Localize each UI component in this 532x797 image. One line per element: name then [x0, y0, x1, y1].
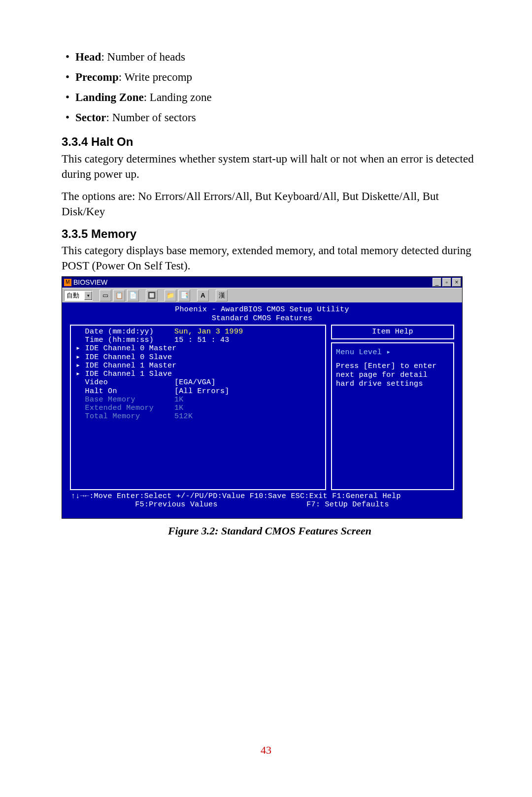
footer-row1: ↑↓→←:Move Enter:Select +/-/PU/PD:Value F…: [71, 492, 453, 500]
bios-title-line2: Standard CMOS Features: [62, 314, 462, 323]
term: Head: [75, 51, 101, 63]
setting-label: ▸ IDE Channel 1 Master: [76, 362, 174, 370]
toolbar-button[interactable]: ▭: [100, 290, 111, 301]
bios-title-line1: Phoenix - AwardBIOS CMOS Setup Utility: [62, 305, 462, 314]
toolbar-copy-button[interactable]: 📋: [113, 290, 125, 301]
bios-setting-row[interactable]: ▸ IDE Channel 1 Slave: [76, 370, 320, 378]
bios-setting-row[interactable]: Extended Memory 1K: [76, 404, 320, 412]
figure-caption: Figure 3.2: Standard CMOS Features Scree…: [62, 524, 478, 538]
page-number: 43: [0, 743, 532, 758]
bios-setting-row[interactable]: ▸ IDE Channel 0 Slave: [76, 353, 320, 362]
term: Precomp: [75, 71, 119, 83]
bios-setting-row[interactable]: Date (mm:dd:yy)Sun, Jan 3 1999: [76, 328, 320, 336]
setting-label: Extended Memory: [76, 404, 174, 412]
bios-setting-row[interactable]: ▸ IDE Channel 1 Master: [76, 362, 320, 370]
bios-setting-row[interactable]: Halt On[All Errors]: [76, 387, 320, 396]
setting-value: 1K: [174, 404, 184, 412]
toolbar: 自動 ▾ ▭ 📋 📄 🔲 📁 📑 A 漢: [62, 288, 462, 302]
close-button[interactable]: ×: [452, 278, 461, 287]
toolbar-props-button[interactable]: 📁: [165, 290, 176, 301]
toolbar-kanji-button[interactable]: 漢: [216, 290, 228, 301]
list-item: Head: Number of heads: [62, 49, 478, 65]
footer-f5: F5:Previous Values: [135, 500, 217, 509]
definition-list: Head: Number of heads Precomp: Write pre…: [62, 49, 478, 125]
help-menu-level: Menu Level ▸: [336, 348, 449, 357]
setting-label: Total Memory: [76, 412, 174, 421]
desc: Landing zone: [150, 91, 212, 103]
body-text: The options are: No Errors/All Errors/Al…: [62, 189, 478, 219]
bios-setting-row[interactable]: Total Memory 512K: [76, 412, 320, 421]
setting-label: Base Memory: [76, 396, 174, 404]
setting-value: 1K: [174, 396, 184, 404]
bios-screen: Phoenix - AwardBIOS CMOS Setup Utility S…: [62, 302, 462, 518]
desc: Number of sectors: [112, 111, 196, 124]
setting-value: [EGA/VGA]: [174, 378, 216, 387]
toolbar-paste-button[interactable]: 📄: [127, 290, 139, 301]
app-icon: M: [64, 279, 71, 286]
setting-value: Sun, Jan 3 1999: [174, 328, 243, 336]
setting-label: ▸ IDE Channel 0 Slave: [76, 353, 174, 362]
chevron-down-icon: ▾: [84, 291, 92, 300]
footer-f7: F7: SetUp Defaults: [306, 500, 389, 509]
section-heading-memory: 3.3.5 Memory: [62, 226, 478, 242]
minimize-button[interactable]: _: [432, 278, 441, 287]
item-help-body-box: Menu Level ▸ Press [Enter] to enter next…: [331, 342, 454, 490]
maximize-button[interactable]: ▫: [442, 278, 451, 287]
body-text: This category determines whether system …: [62, 151, 478, 182]
setting-label: Date (mm:dd:yy): [76, 328, 174, 336]
bios-setting-row[interactable]: Time (hh:mm:ss)15 : 51 : 43: [76, 336, 320, 344]
setting-label: Video: [76, 378, 174, 387]
window-titlebar[interactable]: M BIOSVIEW _ ▫ ×: [62, 277, 462, 288]
bios-setting-row[interactable]: Video[EGA/VGA]: [76, 378, 320, 387]
body-text: This category displays base memory, exte…: [62, 243, 478, 273]
bios-setting-row[interactable]: Base Memory 1K: [76, 396, 320, 404]
bios-screenshot: M BIOSVIEW _ ▫ × 自動 ▾ ▭ 📋 📄 🔲 📁 📑: [62, 276, 463, 519]
dropdown-label: 自動: [66, 291, 79, 300]
setting-label: Halt On: [76, 387, 174, 396]
toolbar-fullscreen-button[interactable]: 🔲: [146, 290, 158, 301]
setting-label: Time (hh:mm:ss): [76, 336, 174, 344]
setting-value: [All Errors]: [174, 387, 230, 396]
desc: Write precomp: [124, 71, 192, 83]
setting-label: ▸ IDE Channel 1 Slave: [76, 370, 174, 378]
help-title: Item Help: [336, 328, 449, 336]
item-help-title-box: Item Help: [331, 325, 454, 339]
setting-value: 512K: [174, 412, 193, 421]
list-item: Precomp: Write precomp: [62, 69, 478, 85]
toolbar-background-button[interactable]: 📑: [178, 290, 190, 301]
bios-settings-panel[interactable]: Date (mm:dd:yy)Sun, Jan 3 1999 Time (hh:…: [70, 325, 326, 490]
bios-footer: ↑↓→←:Move Enter:Select +/-/PU/PD:Value F…: [62, 490, 462, 509]
list-item: Sector: Number of sectors: [62, 110, 478, 125]
bios-setting-row[interactable]: ▸ IDE Channel 0 Master: [76, 344, 320, 353]
term: Landing Zone: [75, 91, 144, 103]
window-title: BIOSVIEW: [73, 278, 107, 287]
setting-label: ▸ IDE Channel 0 Master: [76, 344, 174, 353]
section-heading-halt: 3.3.4 Halt On: [62, 134, 478, 150]
list-item: Landing Zone: Landing zone: [62, 90, 478, 105]
term: Sector: [75, 111, 106, 124]
desc: Number of heads: [107, 51, 185, 63]
help-text: Press [Enter] to enter next page for det…: [336, 362, 449, 389]
encoding-dropdown[interactable]: 自動 ▾: [64, 290, 93, 301]
toolbar-font-button[interactable]: A: [197, 290, 209, 301]
setting-value: 15 : 51 : 43: [174, 336, 230, 344]
